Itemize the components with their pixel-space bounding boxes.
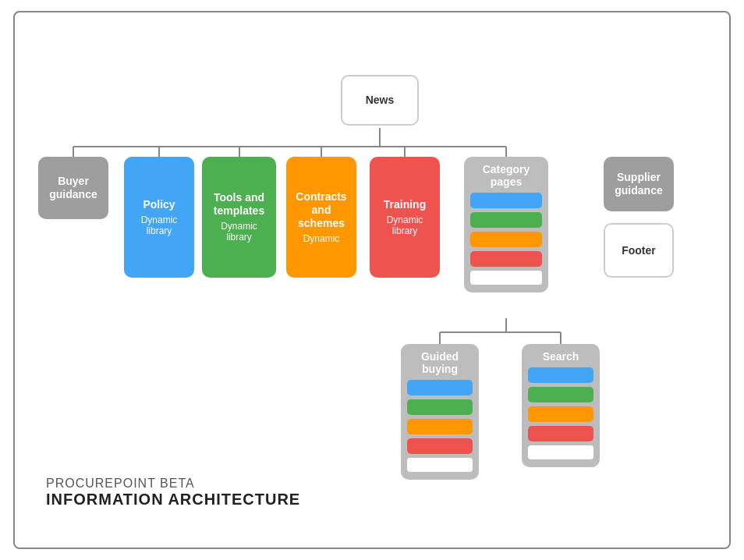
policy-card: Policy Dynamic library bbox=[124, 157, 194, 278]
training-card: Training Dynamic library bbox=[370, 157, 440, 278]
contracts-sub: Dynamic bbox=[303, 233, 340, 244]
category-bar-orange bbox=[470, 232, 542, 247]
category-pages-group: Category pages bbox=[464, 157, 548, 292]
policy-sub: Dynamic library bbox=[130, 214, 188, 237]
page-title-line1: PROCUREPOINT BETA bbox=[46, 477, 300, 491]
guided-buying-title: Guided buying bbox=[407, 350, 473, 375]
search-bar-blue bbox=[528, 367, 593, 383]
search-bar-green bbox=[528, 387, 593, 402]
training-sub: Dynamic library bbox=[376, 214, 434, 237]
guided-bar-red bbox=[407, 438, 473, 454]
search-title: Search bbox=[543, 350, 579, 363]
diagram-canvas: News Buyer guidance Policy Dynamic libra… bbox=[13, 11, 731, 549]
news-card: News bbox=[341, 75, 419, 126]
search-bar-red bbox=[528, 426, 593, 441]
supplier-guidance-label: Supplier guidance bbox=[610, 171, 668, 197]
news-label: News bbox=[366, 94, 395, 107]
search-group: Search bbox=[522, 344, 600, 467]
contracts-title: Contracts and schemes bbox=[292, 190, 350, 229]
footer-card: Footer bbox=[604, 223, 674, 278]
category-pages-bars bbox=[470, 193, 542, 285]
tools-title: Tools and templates bbox=[208, 191, 270, 218]
category-bar-red bbox=[470, 251, 542, 267]
training-title: Training bbox=[384, 198, 426, 211]
buyer-guidance-label: Buyer guidance bbox=[44, 175, 102, 201]
supplier-guidance-card: Supplier guidance bbox=[604, 157, 674, 211]
category-bar-white bbox=[470, 271, 542, 285]
category-bar-green bbox=[470, 212, 542, 228]
tools-sub: Dynamic library bbox=[208, 221, 270, 243]
search-bars bbox=[528, 367, 593, 459]
buyer-guidance-card: Buyer guidance bbox=[38, 157, 108, 219]
guided-buying-bars bbox=[407, 380, 473, 472]
search-bar-orange bbox=[528, 406, 593, 422]
tools-card: Tools and templates Dynamic library bbox=[202, 157, 276, 278]
policy-title: Policy bbox=[143, 198, 175, 211]
footer-label: Footer bbox=[622, 244, 656, 257]
guided-bar-blue bbox=[407, 380, 473, 395]
page-title-block: PROCUREPOINT BETA INFORMATION ARCHITECTU… bbox=[46, 477, 300, 509]
guided-bar-green bbox=[407, 399, 473, 415]
category-bar-blue bbox=[470, 193, 542, 208]
contracts-card: Contracts and schemes Dynamic bbox=[286, 157, 356, 278]
guided-bar-orange bbox=[407, 419, 473, 434]
category-pages-title: Category pages bbox=[470, 163, 542, 188]
search-bar-white bbox=[528, 445, 593, 459]
page-title-line2: INFORMATION ARCHITECTURE bbox=[46, 491, 300, 509]
guided-bar-white bbox=[407, 458, 473, 472]
guided-buying-group: Guided buying bbox=[401, 344, 479, 480]
